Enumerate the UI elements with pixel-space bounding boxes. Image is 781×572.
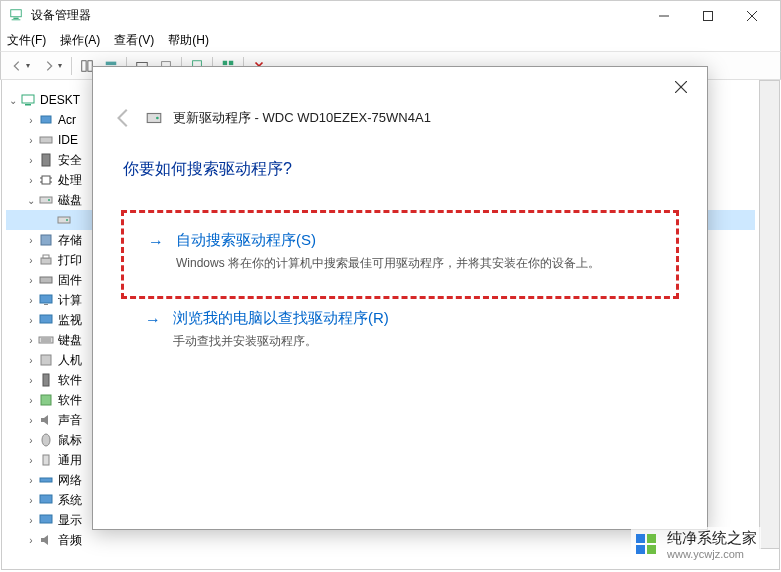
chevron-icon[interactable]: [24, 515, 38, 526]
chevron-icon[interactable]: [24, 355, 38, 366]
watermark-url: www.ycwjz.com: [667, 548, 757, 560]
tree-root-label: DESKT: [40, 93, 80, 107]
chevron-icon[interactable]: [6, 95, 20, 106]
forward-button[interactable]: [37, 55, 67, 77]
update-driver-dialog: 更新驱动程序 - WDC WD10EZEX-75WN4A1 你要如何搜索驱动程序…: [92, 66, 708, 530]
chevron-icon[interactable]: [24, 235, 38, 246]
dialog-back-button[interactable]: [113, 107, 135, 129]
svg-rect-39: [39, 337, 53, 343]
menu-help[interactable]: 帮助(H): [168, 32, 209, 49]
svg-rect-30: [58, 217, 70, 223]
svg-rect-44: [41, 395, 51, 405]
svg-point-31: [66, 219, 68, 221]
svg-rect-56: [636, 545, 645, 554]
close-button[interactable]: [732, 2, 772, 30]
chevron-icon[interactable]: [24, 275, 38, 286]
svg-rect-15: [229, 60, 233, 64]
maximize-button[interactable]: [688, 2, 728, 30]
chevron-icon[interactable]: [24, 155, 38, 166]
svg-rect-18: [22, 95, 34, 103]
device-icon: [38, 352, 54, 368]
dialog-header: 更新驱动程序 - WDC WD10EZEX-75WN4A1: [93, 67, 707, 129]
disk-icon: [145, 109, 163, 127]
chevron-icon[interactable]: [24, 535, 38, 546]
option-browse[interactable]: → 浏览我的电脑以查找驱动程序(R) 手动查找并安装驱动程序。: [121, 305, 679, 354]
chevron-icon[interactable]: [24, 335, 38, 346]
chevron-icon[interactable]: [24, 495, 38, 506]
svg-rect-34: [43, 255, 49, 258]
svg-rect-7: [82, 60, 86, 71]
chevron-icon[interactable]: [24, 475, 38, 486]
device-icon: [38, 372, 54, 388]
dialog-title: 更新驱动程序 - WDC WD10EZEX-75WN4A1: [173, 109, 431, 127]
dialog-close-button[interactable]: [667, 75, 695, 99]
arrow-right-icon: →: [148, 231, 164, 272]
disk-icon: [56, 212, 72, 228]
svg-rect-2: [12, 19, 21, 20]
chevron-icon[interactable]: [24, 195, 38, 206]
chevron-icon[interactable]: [24, 175, 38, 186]
watermark-text: 纯净系统之家: [667, 529, 757, 546]
computer-icon: [20, 92, 36, 108]
svg-point-53: [156, 117, 159, 120]
svg-rect-28: [40, 197, 52, 203]
chevron-icon[interactable]: [24, 255, 38, 266]
svg-rect-35: [40, 277, 52, 283]
sound-icon: [38, 412, 54, 428]
menu-view[interactable]: 查看(V): [114, 32, 154, 49]
svg-rect-55: [647, 534, 656, 543]
chevron-icon[interactable]: [24, 315, 38, 326]
chevron-icon[interactable]: [24, 135, 38, 146]
svg-rect-36: [40, 295, 52, 303]
arrow-right-icon: →: [145, 309, 161, 350]
svg-rect-49: [40, 515, 52, 523]
menu-file[interactable]: 文件(F): [7, 32, 46, 49]
option-desc: Windows 将在你的计算机中搜索最佳可用驱动程序，并将其安装在你的设备上。: [176, 254, 600, 272]
svg-rect-32: [41, 235, 51, 245]
keyboard-icon: [38, 332, 54, 348]
svg-point-45: [42, 434, 50, 446]
svg-rect-46: [43, 455, 49, 465]
title-bar: 设备管理器: [0, 0, 781, 30]
option-auto-search[interactable]: → 自动搜索驱动程序(S) Windows 将在你的计算机中搜索最佳可用驱动程序…: [121, 210, 679, 299]
chevron-icon[interactable]: [24, 395, 38, 406]
svg-rect-23: [42, 176, 50, 184]
audio-icon: [38, 532, 54, 548]
usb-icon: [38, 452, 54, 468]
chevron-icon[interactable]: [24, 455, 38, 466]
app-icon: [9, 8, 25, 24]
chevron-icon[interactable]: [24, 415, 38, 426]
mouse-icon: [38, 432, 54, 448]
chevron-icon[interactable]: [24, 435, 38, 446]
watermark-logo-icon: [635, 533, 659, 557]
svg-rect-57: [647, 545, 656, 554]
svg-rect-1: [13, 17, 18, 18]
minimize-button[interactable]: [644, 2, 684, 30]
chevron-icon[interactable]: [24, 375, 38, 386]
chevron-icon[interactable]: [24, 295, 38, 306]
window-title: 设备管理器: [31, 7, 644, 24]
device-icon: [38, 272, 54, 288]
svg-rect-9: [106, 61, 117, 65]
svg-rect-42: [41, 355, 51, 365]
svg-rect-21: [40, 137, 52, 143]
disk-icon: [38, 192, 54, 208]
device-icon: [38, 232, 54, 248]
device-icon: [38, 152, 54, 168]
back-button[interactable]: [5, 55, 35, 77]
svg-rect-37: [44, 304, 48, 305]
svg-rect-14: [223, 60, 227, 64]
menu-bar: 文件(F) 操作(A) 查看(V) 帮助(H): [0, 30, 781, 52]
chevron-icon[interactable]: [24, 115, 38, 126]
device-icon: [38, 492, 54, 508]
svg-rect-47: [40, 478, 52, 482]
svg-rect-33: [41, 258, 51, 264]
display-icon: [38, 512, 54, 528]
svg-rect-19: [25, 104, 31, 106]
menu-action[interactable]: 操作(A): [60, 32, 100, 49]
option-desc: 手动查找并安装驱动程序。: [173, 332, 389, 350]
monitor-icon: [38, 292, 54, 308]
toolbar-separator: [71, 57, 72, 75]
window-controls: [644, 2, 772, 30]
vertical-scrollbar[interactable]: [760, 80, 780, 549]
